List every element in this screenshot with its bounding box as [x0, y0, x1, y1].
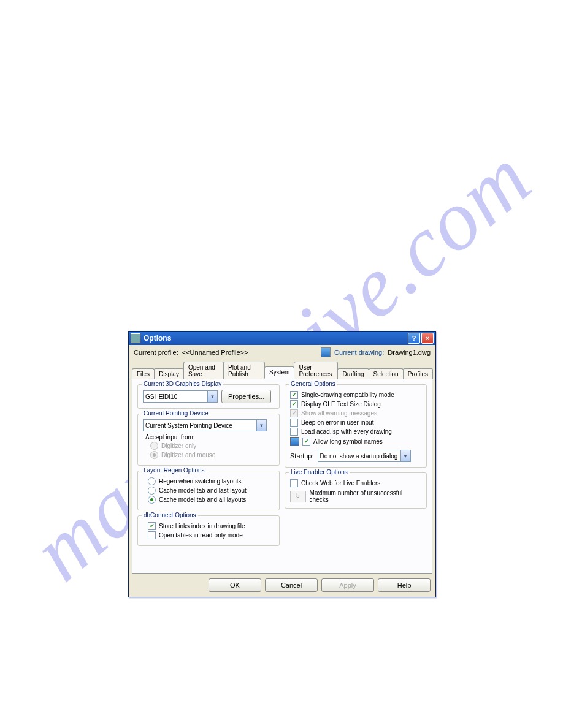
radio-digitizer-mouse	[150, 451, 158, 459]
app-icon	[131, 333, 140, 343]
legend-graphics: Current 3D Graphics Display	[142, 381, 223, 387]
ok-button[interactable]: OK	[209, 578, 261, 592]
window-title: Options	[144, 334, 171, 343]
check-load-acadlsp-label: Load acad.lsp with every drawing	[301, 428, 392, 435]
radio-cache-all[interactable]	[148, 496, 156, 504]
legend-dbconnect: dbConnect Options	[142, 512, 198, 518]
radio-cache-last[interactable]	[148, 487, 156, 495]
radio-regen-switching-label: Regen when switching layouts	[159, 478, 242, 485]
radio-digitizer-only-label: Digitizer only	[161, 442, 196, 449]
check-store-links[interactable]: ✔	[148, 522, 156, 530]
check-single-drawing-label: Single-drawing compatibility mode	[301, 392, 394, 398]
drawing-icon	[321, 347, 331, 357]
radio-regen-switching[interactable]	[148, 477, 156, 485]
group-dbconnect: dbConnect Options ✔ Store Links index in…	[137, 515, 280, 546]
check-web-live[interactable]: ✔	[290, 479, 298, 487]
tab-plot-and-publish[interactable]: Plot and Publish	[223, 362, 265, 379]
tab-display[interactable]: Display	[154, 368, 184, 379]
group-general-options: General Options ✔ Single-drawing compati…	[285, 384, 427, 468]
apply-button: Apply	[321, 578, 374, 592]
check-long-names[interactable]: ✔	[302, 438, 310, 446]
radio-cache-last-label: Cache model tab and last layout	[159, 487, 247, 494]
check-long-names-label: Allow long symbol names	[313, 438, 383, 445]
startup-combo-value: Do not show a startup dialog	[318, 453, 400, 460]
group-live-enabler: Live Enabler Options ✔ Check Web for Liv…	[285, 472, 427, 509]
graphics-combo[interactable]: GSHEIDI10 ▼	[143, 390, 218, 403]
close-icon[interactable]: ×	[421, 333, 434, 344]
check-ole-dialog[interactable]: ✔	[290, 400, 298, 408]
drawing-label: Current drawing:	[334, 349, 384, 356]
check-store-links-label: Store Links index in drawing file	[159, 523, 245, 529]
check-show-warnings-label: Show all warning messages	[301, 410, 377, 417]
max-checks-label: Maximum number of unsuccessful checks	[310, 490, 421, 503]
startup-combo[interactable]: Do not show a startup dialog ▼	[318, 450, 411, 462]
chevron-down-icon[interactable]: ▼	[256, 420, 266, 431]
group-pointing-device: Current Pointing Device Current System P…	[137, 414, 280, 466]
tabstrip: Files Display Open and Save Plot and Pub…	[129, 361, 435, 379]
tab-profiles[interactable]: Profiles	[403, 368, 433, 379]
legend-live: Live Enabler Options	[289, 469, 350, 476]
check-readonly-tables[interactable]: ✔	[148, 531, 156, 539]
check-beep-error-label: Beep on error in user input	[301, 419, 373, 426]
titlebar: Options ? ×	[129, 332, 435, 345]
help-icon[interactable]: ?	[408, 333, 420, 344]
check-ole-dialog-label: Display OLE Text Size Dialog	[301, 401, 381, 408]
tab-system[interactable]: System	[264, 366, 294, 379]
graphics-combo-value: GSHEIDI10	[144, 393, 207, 400]
tab-open-and-save[interactable]: Open and Save	[183, 362, 224, 379]
chevron-down-icon[interactable]: ▼	[400, 450, 410, 461]
header-row: Current profile: <<Unnamed Profile>> Cur…	[129, 345, 435, 361]
dialog-button-row: OK Cancel Apply Help	[129, 574, 435, 597]
profile-value: <<Unnamed Profile>>	[182, 349, 256, 356]
radio-digitizer-mouse-label: Digitizer and mouse	[161, 452, 215, 458]
info-icon	[290, 437, 299, 446]
chevron-down-icon[interactable]: ▼	[207, 391, 217, 402]
check-load-acadlsp[interactable]: ✔	[290, 428, 298, 436]
profile-label: Current profile:	[134, 349, 178, 356]
tab-files[interactable]: Files	[132, 368, 155, 379]
accept-input-label: Accept input from:	[145, 434, 274, 441]
group-layout-regen: Layout Regen Options Regen when switchin…	[137, 471, 280, 510]
legend-general: General Options	[289, 381, 337, 387]
pointing-combo[interactable]: Current System Pointing Device ▼	[143, 419, 267, 431]
check-web-live-label: Check Web for Live Enablers	[301, 480, 380, 487]
properties-button[interactable]: Properties...	[221, 390, 271, 403]
help-button[interactable]: Help	[378, 578, 431, 592]
tab-panel-system: Current 3D Graphics Display GSHEIDI10 ▼ …	[132, 379, 432, 574]
group-graphics-display: Current 3D Graphics Display GSHEIDI10 ▼ …	[137, 384, 280, 409]
startup-label: Startup:	[290, 452, 314, 460]
tab-drafting[interactable]: Drafting	[337, 368, 369, 379]
check-readonly-tables-label: Open tables in read-only mode	[159, 532, 243, 539]
drawing-value: Drawing1.dwg	[388, 349, 431, 356]
legend-pointing: Current Pointing Device	[142, 410, 210, 417]
tab-user-preferences[interactable]: User Preferences	[294, 362, 338, 379]
pointing-combo-value: Current System Pointing Device	[144, 422, 256, 429]
check-beep-error[interactable]: ✔	[290, 419, 298, 427]
legend-regen: Layout Regen Options	[142, 467, 207, 474]
check-single-drawing[interactable]: ✔	[290, 391, 298, 399]
max-checks-input: 5	[290, 491, 306, 502]
radio-digitizer-only	[150, 442, 158, 450]
radio-cache-all-label: Cache model tab and all layouts	[159, 496, 246, 503]
cancel-button[interactable]: Cancel	[265, 578, 318, 592]
tab-selection[interactable]: Selection	[369, 368, 404, 379]
check-show-warnings: ✔	[290, 409, 298, 417]
options-dialog: Options ? × Current profile: <<Unnamed P…	[128, 331, 436, 597]
